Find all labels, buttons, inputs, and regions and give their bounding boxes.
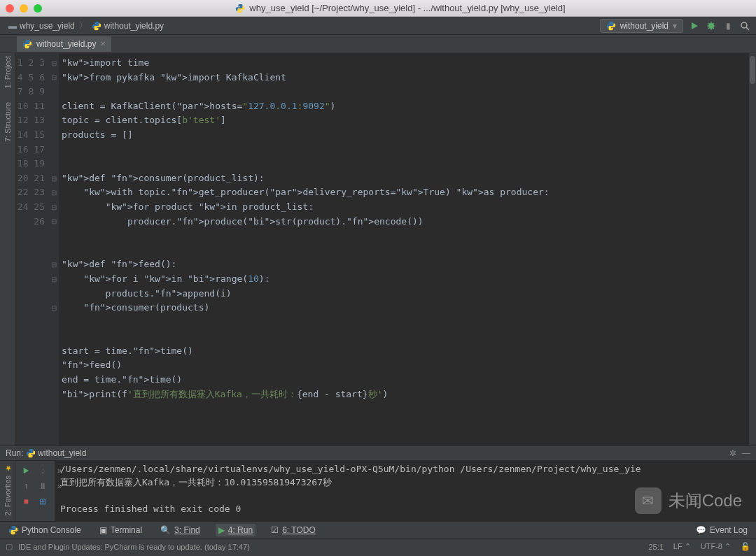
window-controls [6,4,42,13]
maximize-window-button[interactable] [34,4,42,13]
code-editor[interactable]: 1 2 3 4 5 6 7 8 9 10 11 12 13 14 15 16 1… [15,53,756,445]
tab-event-log[interactable]: 💬Event Log [693,524,750,536]
navigation-bar: ▬ why_use_yield 〉 without_yield.py witho… [0,17,756,35]
debug-button[interactable] [706,20,717,31]
run-panel-title: without_yield [38,448,86,458]
pause-button[interactable]: ⏸ [35,479,50,493]
terminal-icon: ▣ [99,525,107,535]
down-button[interactable]: ↓ [35,464,50,478]
python-file-icon [92,21,102,31]
search-icon: 🔍 [160,525,171,535]
close-tab-icon[interactable]: ✕ [100,40,106,48]
tab-todo[interactable]: ☑6: TODO [268,524,318,536]
run-controls: ↑ ■ ↓ ⏸ ⊞ » » [15,461,55,521]
chevron-right-icon: 〉 [79,20,88,31]
bottom-tool-tabs: Python Console ▣Terminal 🔍3: Find ▶4: Ru… [0,521,756,538]
breadcrumb-file[interactable]: without_yield.py [89,20,167,32]
tool-windows-quick-access-icon[interactable]: ▢ [6,542,13,551]
tab-run[interactable]: ▶4: Run [216,524,255,536]
python-file-icon [22,39,32,49]
editor-scrollbar[interactable] [749,53,756,445]
rerun-button[interactable] [18,464,34,478]
python-file-icon [26,448,36,458]
tool-window-structure[interactable]: 7: Structure [4,102,12,142]
fold-gutter: ⊟⊟⊟⊟⊟⊟⊟⊟⊟ [49,53,59,445]
minimize-panel-icon[interactable]: — [742,448,750,458]
watermark: ✉ 未闻Code [635,487,742,514]
tab-python-console[interactable]: Python Console [6,524,84,536]
stop-button[interactable]: ■ [18,494,34,508]
tab-terminal[interactable]: ▣Terminal [97,524,145,536]
folder-icon: ▬ [8,21,17,31]
window-title: why_use_yield [~/Project/why_use_yield] … [50,3,750,13]
run-panel-title-prefix: Run: [6,448,23,458]
status-message: IDE and Plugin Updates: PyCharm is ready… [18,543,250,551]
main-area: 1: Project 7: Structure 1 2 3 4 5 6 7 8 … [0,53,756,445]
wechat-icon: ✉ [635,487,662,514]
left-tool-rail-bottom: 2: Favorites ★ [0,461,15,521]
caret-position[interactable]: 25:1 [648,543,663,551]
python-file-icon [235,3,245,13]
search-everywhere-button[interactable] [739,20,750,31]
play-icon: ▶ [218,525,225,535]
editor-tabs: without_yield.py ✕ [0,35,756,53]
settings-icon[interactable]: ✲ [729,448,736,458]
breadcrumb-project[interactable]: ▬ why_use_yield [6,20,78,32]
tab-find[interactable]: 🔍3: Find [158,524,203,536]
minimize-window-button[interactable] [20,4,28,13]
run-button[interactable] [689,20,700,31]
line-separator[interactable]: LF ⌃ [673,542,691,551]
line-number-gutter: 1 2 3 4 5 6 7 8 9 10 11 12 13 14 15 16 1… [15,53,49,445]
code-area[interactable]: "kw">import time "kw">from pykafka "kw">… [59,53,756,445]
stop-up-button[interactable]: ↑ [18,479,34,493]
python-icon [8,525,18,535]
status-bar: ▢ IDE and Plugin Updates: PyCharm is rea… [0,538,756,555]
editor-tab-active[interactable]: without_yield.py ✕ [17,36,111,52]
svg-point-1 [741,22,747,28]
run-tool-window-header[interactable]: Run: without_yield ✲ — [0,445,756,461]
layout-button[interactable]: ⊞ [35,494,50,508]
tool-window-favorites[interactable]: 2: Favorites ★ [3,464,12,515]
event-log-icon: 💬 [696,525,706,535]
tool-window-project[interactable]: 1: Project [4,56,12,88]
dropdown-arrow-icon: ▾ [673,21,677,31]
more-actions-icon[interactable]: ▮ [722,20,734,31]
window-titlebar: why_use_yield [~/Project/why_use_yield] … [0,0,756,17]
run-configuration-selector[interactable]: without_yield ▾ [600,19,683,33]
left-tool-rail: 1: Project 7: Structure [0,53,15,445]
python-file-icon [606,21,616,31]
readonly-toggle-icon[interactable]: 🔓 [741,542,750,551]
file-encoding[interactable]: UTF-8 ⌃ [701,542,731,551]
close-window-button[interactable] [6,4,14,13]
todo-icon: ☑ [271,525,279,535]
